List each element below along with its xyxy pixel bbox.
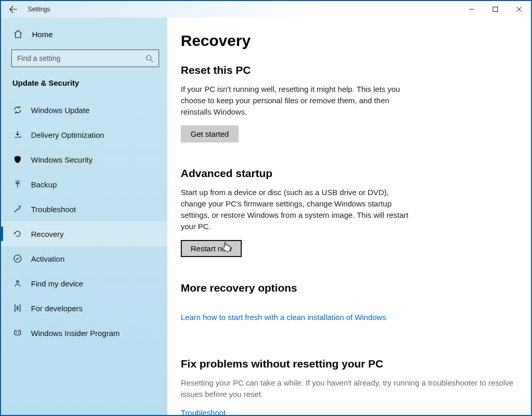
- search-box[interactable]: [11, 50, 159, 67]
- sidebar-item-label: For developers: [31, 304, 83, 313]
- sidebar-item-windows-update[interactable]: Windows Update: [1, 98, 167, 122]
- shield-icon: [12, 155, 23, 164]
- window-controls: [460, 1, 531, 18]
- sidebar-item-troubleshoot[interactable]: Troubleshoot: [1, 197, 167, 221]
- sidebar-item-label: Delivery Optimization: [31, 131, 104, 139]
- location-person-icon: [12, 279, 23, 288]
- sidebar-section-title: Update & Security: [1, 73, 167, 94]
- close-button[interactable]: [507, 1, 531, 18]
- maximize-icon: [493, 7, 498, 12]
- reset-heading: Reset this PC: [181, 64, 515, 76]
- svg-point-6: [18, 332, 19, 333]
- sidebar-item-backup[interactable]: Backup: [1, 172, 167, 197]
- arrow-left-icon: [9, 5, 18, 13]
- sidebar-item-windows-security[interactable]: Windows Security: [1, 147, 167, 172]
- svg-point-2: [14, 255, 21, 262]
- page-title: Recovery: [181, 32, 515, 50]
- advanced-heading: Advanced startup: [181, 167, 515, 180]
- sidebar-item-label: Troubleshoot: [31, 205, 76, 214]
- maximize-button[interactable]: [483, 1, 507, 18]
- home-nav[interactable]: Home: [1, 23, 167, 45]
- more-recovery-heading: More recovery options: [181, 282, 515, 294]
- download-icon: [12, 130, 23, 139]
- get-started-button[interactable]: Get started: [181, 125, 239, 142]
- sidebar-item-label: Windows Insider Program: [31, 329, 120, 338]
- code-brackets-icon: [12, 303, 23, 313]
- advanced-body: Start up from a device or disc (such as …: [181, 187, 413, 232]
- search-icon: [146, 55, 153, 62]
- reset-body: If your PC isn't running well, resetting…: [181, 84, 413, 117]
- sidebar: Home Update & Security Windows Update: [1, 18, 167, 415]
- sidebar-nav: Windows Update Delivery Optimization Win…: [1, 98, 167, 345]
- sidebar-item-label: Recovery: [31, 230, 64, 238]
- sidebar-item-insider[interactable]: Windows Insider Program: [1, 321, 167, 345]
- close-icon: [517, 7, 522, 12]
- sidebar-item-label: Find my device: [31, 279, 83, 288]
- svg-rect-0: [493, 7, 498, 12]
- start-fresh-link[interactable]: Learn how to start fresh with a clean in…: [181, 313, 386, 322]
- svg-point-1: [147, 55, 151, 60]
- search-input[interactable]: [17, 54, 146, 62]
- sidebar-item-for-developers[interactable]: For developers: [1, 296, 167, 321]
- upload-arrow-icon: [12, 180, 23, 189]
- fix-body: Resetting your PC can take a while. If y…: [181, 377, 515, 400]
- sidebar-item-label: Windows Security: [31, 155, 92, 164]
- minimize-icon: [469, 7, 474, 12]
- svg-point-3: [17, 281, 19, 283]
- recovery-icon: [12, 229, 23, 238]
- back-button[interactable]: [1, 1, 26, 18]
- sidebar-item-delivery-optimization[interactable]: Delivery Optimization: [1, 122, 167, 147]
- sidebar-item-activation[interactable]: Activation: [1, 246, 167, 271]
- sync-icon: [12, 105, 23, 115]
- ninja-cat-icon: [12, 328, 23, 338]
- home-icon: [13, 29, 23, 39]
- svg-point-5: [16, 332, 17, 333]
- home-label: Home: [32, 30, 53, 39]
- restart-now-button[interactable]: Restart now: [181, 240, 242, 257]
- wrench-icon: [12, 204, 23, 214]
- main-content: Recovery Reset this PC If your PC isn't …: [167, 18, 531, 415]
- minimize-button[interactable]: [460, 1, 483, 18]
- window-title: Settings: [28, 6, 50, 13]
- check-circle-icon: [12, 254, 23, 263]
- sidebar-item-find-my-device[interactable]: Find my device: [1, 271, 167, 296]
- titlebar: Settings: [1, 1, 531, 18]
- sidebar-item-recovery[interactable]: Recovery: [1, 221, 167, 246]
- sidebar-item-label: Activation: [31, 254, 65, 263]
- svg-rect-4: [14, 331, 21, 335]
- troubleshoot-link[interactable]: Troubleshoot: [181, 408, 226, 415]
- fix-heading: Fix problems without resetting your PC: [181, 358, 515, 370]
- sidebar-item-label: Backup: [31, 180, 57, 189]
- sidebar-item-label: Windows Update: [31, 106, 89, 115]
